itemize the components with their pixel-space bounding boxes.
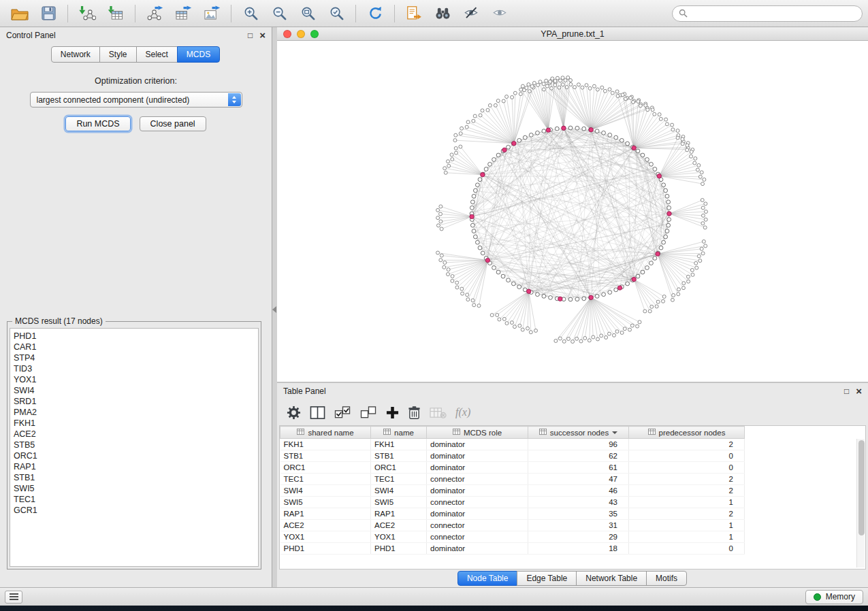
table-row[interactable]: RAP1RAP1dominator352 bbox=[280, 508, 856, 520]
result-item[interactable]: RAP1 bbox=[14, 461, 255, 472]
table-row[interactable]: FKH1FKH1dominator962 bbox=[280, 439, 856, 450]
table-scrollbar[interactable] bbox=[856, 439, 865, 567]
save-session-button[interactable] bbox=[34, 2, 63, 25]
result-item[interactable]: SWI4 bbox=[14, 385, 255, 396]
result-item[interactable]: FKH1 bbox=[14, 418, 255, 429]
network-view-canvas[interactable] bbox=[277, 41, 868, 382]
status-menu-button[interactable] bbox=[5, 591, 22, 604]
tab-network[interactable]: Network bbox=[51, 46, 100, 63]
table-row[interactable]: PHD1PHD1dominator180 bbox=[280, 543, 856, 555]
result-item[interactable]: ACE2 bbox=[14, 429, 255, 440]
tab-node-table[interactable]: Node Table bbox=[457, 571, 518, 586]
column-menu-icon[interactable] bbox=[612, 431, 617, 434]
table-settings-button[interactable] bbox=[287, 406, 301, 420]
float-table-panel-icon[interactable]: □ bbox=[844, 387, 849, 395]
result-item[interactable]: STB1 bbox=[14, 472, 255, 483]
maximize-window-icon[interactable] bbox=[310, 30, 319, 38]
table-row[interactable]: SWI5SWI5connector431 bbox=[280, 497, 856, 508]
table-cell: 96 bbox=[528, 439, 629, 450]
close-window-icon[interactable] bbox=[283, 30, 291, 38]
table-row[interactable]: ACE2ACE2connector311 bbox=[280, 520, 856, 531]
result-item[interactable]: SWI5 bbox=[14, 483, 255, 494]
vertical-splitter[interactable] bbox=[272, 27, 277, 587]
result-item[interactable]: CAR1 bbox=[14, 342, 255, 352]
network-graph[interactable] bbox=[277, 41, 868, 382]
show-details-button[interactable] bbox=[485, 2, 514, 25]
search-box[interactable] bbox=[672, 5, 863, 22]
zoom-selected-button[interactable] bbox=[322, 2, 351, 25]
close-table-panel-icon[interactable]: × bbox=[856, 387, 862, 395]
result-item[interactable]: STB5 bbox=[14, 440, 255, 450]
result-item[interactable]: GCR1 bbox=[14, 505, 255, 516]
search-network-button[interactable] bbox=[428, 2, 457, 25]
result-item[interactable]: YOX1 bbox=[14, 374, 255, 385]
add-column-button[interactable] bbox=[386, 406, 399, 419]
close-panel-icon[interactable]: × bbox=[259, 31, 266, 39]
tab-mcds[interactable]: MCDS bbox=[177, 46, 220, 63]
toolbar-separator bbox=[355, 5, 356, 22]
tab-motifs[interactable]: Motifs bbox=[646, 571, 687, 586]
result-item[interactable]: SRD1 bbox=[14, 396, 255, 407]
delete-table-disabled-icon bbox=[430, 406, 447, 420]
table-row[interactable]: ORC1ORC1dominator610 bbox=[280, 462, 856, 474]
result-item[interactable]: TID3 bbox=[14, 363, 255, 374]
zoom-out-button[interactable] bbox=[265, 2, 293, 25]
search-input[interactable] bbox=[692, 9, 856, 18]
result-item[interactable]: ORC1 bbox=[14, 450, 255, 461]
splitter-collapse-icon[interactable] bbox=[272, 306, 276, 313]
share-document-button[interactable] bbox=[400, 2, 428, 25]
export-image-button[interactable] bbox=[197, 2, 226, 25]
memory-button[interactable]: Memory bbox=[805, 590, 863, 604]
column-header[interactable]: predecessor nodes bbox=[629, 427, 745, 439]
result-item[interactable]: STP4 bbox=[14, 352, 255, 363]
float-panel-icon[interactable]: □ bbox=[248, 31, 253, 39]
tab-edge-table[interactable]: Edge Table bbox=[517, 571, 577, 586]
minimize-window-icon[interactable] bbox=[297, 30, 305, 38]
hide-details-button[interactable] bbox=[457, 2, 485, 25]
row-filler bbox=[745, 462, 856, 474]
scrollbar-thumb[interactable] bbox=[858, 440, 865, 535]
criterion-dropdown[interactable]: largest connected component (undirected) bbox=[30, 92, 242, 108]
close-panel-button[interactable]: Close panel bbox=[140, 116, 206, 131]
refresh-button[interactable] bbox=[361, 2, 389, 25]
toggle-columns-button[interactable] bbox=[310, 406, 325, 420]
table-cell: 31 bbox=[528, 520, 629, 531]
result-item[interactable]: PMA2 bbox=[14, 407, 255, 418]
result-item[interactable]: PHD1 bbox=[14, 331, 255, 342]
network-window-titlebar[interactable]: YPA_prune.txt_1 bbox=[277, 27, 868, 41]
zoom-fit-button[interactable] bbox=[293, 2, 322, 25]
table-cell: RAP1 bbox=[371, 508, 427, 520]
tab-network-table[interactable]: Network Table bbox=[576, 571, 647, 586]
column-header[interactable]: successor nodes bbox=[528, 427, 629, 439]
table-row[interactable]: TEC1TEC1connector472 bbox=[280, 474, 856, 485]
result-item[interactable]: TEC1 bbox=[14, 494, 255, 505]
delete-column-button[interactable] bbox=[408, 406, 421, 420]
column-header[interactable]: name bbox=[371, 427, 427, 439]
mcds-result-list[interactable]: PHD1CAR1STP4TID3YOX1SWI4SRD1PMA2FKH1ACE2… bbox=[10, 328, 259, 567]
select-all-button[interactable] bbox=[334, 406, 351, 420]
export-network-button[interactable] bbox=[140, 2, 169, 25]
deselect-all-button[interactable] bbox=[360, 406, 377, 420]
export-image-icon bbox=[204, 5, 221, 21]
run-mcds-button[interactable]: Run MCDS bbox=[65, 116, 130, 131]
export-table-button[interactable] bbox=[169, 2, 197, 25]
tab-style[interactable]: Style bbox=[99, 46, 137, 63]
table-row[interactable]: SWI4SWI4dominator462 bbox=[280, 485, 856, 497]
select-all-icon bbox=[334, 406, 351, 420]
table-row[interactable]: YOX1YOX1connector291 bbox=[280, 531, 856, 543]
table-cell: PHD1 bbox=[280, 543, 371, 555]
open-file-button[interactable] bbox=[5, 2, 34, 25]
table-cell: PHD1 bbox=[371, 543, 427, 555]
zoom-in-button[interactable] bbox=[236, 2, 265, 25]
plus-icon bbox=[386, 406, 399, 419]
table-cell: FKH1 bbox=[371, 439, 427, 450]
hamburger-icon bbox=[10, 596, 18, 597]
column-header[interactable]: MCDS role bbox=[427, 427, 528, 439]
app-window: Control Panel □ × NetworkStyleSelectMCDS… bbox=[0, 0, 868, 606]
folder-icon bbox=[11, 6, 29, 21]
import-table-button[interactable] bbox=[101, 2, 130, 25]
tab-select[interactable]: Select bbox=[136, 46, 178, 63]
table-row[interactable]: STB1STB1dominator620 bbox=[280, 450, 856, 462]
column-header[interactable]: shared name bbox=[280, 427, 371, 439]
import-network-button[interactable] bbox=[73, 2, 101, 25]
